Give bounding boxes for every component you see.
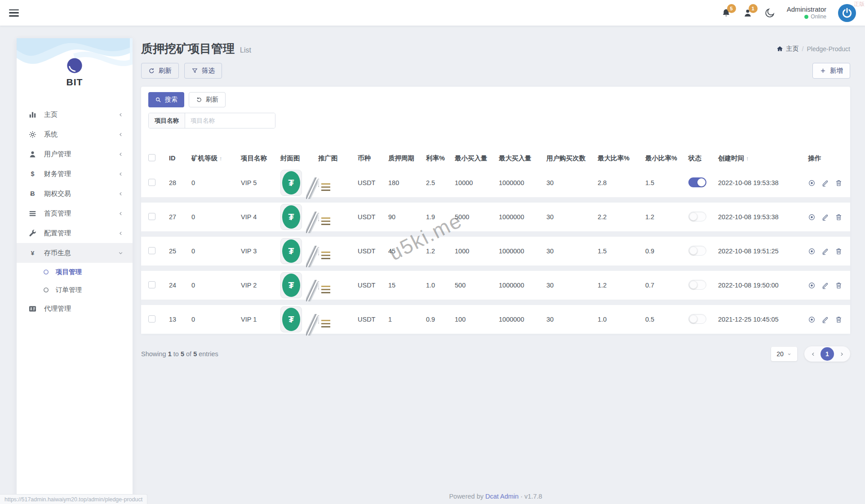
- cell-name: VIP 4: [241, 213, 280, 221]
- search-button[interactable]: 搜索: [148, 92, 184, 107]
- status-toggle[interactable]: [688, 280, 706, 290]
- dark-mode-toggle[interactable]: [764, 8, 775, 18]
- bitcoin-icon: Ƀ: [28, 190, 37, 198]
- cover-image[interactable]: ₮: [280, 272, 302, 298]
- dcat-admin-link[interactable]: Dcat Admin: [485, 493, 519, 500]
- sidebar-item-5[interactable]: 首页管理: [17, 203, 133, 223]
- row-checkbox[interactable]: [148, 247, 169, 256]
- top-navbar: 5 1 Administrator Online: [0, 0, 865, 26]
- sidebar-item-label: 用户管理: [44, 150, 118, 159]
- edit-icon[interactable]: [821, 179, 829, 187]
- column-header[interactable]: 矿机等级↑: [191, 154, 241, 163]
- view-icon[interactable]: [808, 179, 816, 187]
- search-reset-button[interactable]: 刷新: [189, 92, 226, 107]
- edit-icon[interactable]: [821, 248, 829, 255]
- promo-image[interactable]: [318, 213, 319, 221]
- status-toggle[interactable]: [688, 246, 706, 256]
- promo-image[interactable]: [318, 281, 319, 289]
- next-page-button[interactable]: [836, 349, 847, 359]
- user-count-badge: 1: [749, 4, 758, 13]
- sidebar-item-7[interactable]: ¥存币生息: [17, 243, 133, 263]
- view-icon[interactable]: [808, 248, 816, 255]
- select-all-checkbox[interactable]: [148, 154, 169, 163]
- sidebar-item-1[interactable]: 系统: [17, 124, 133, 144]
- delete-icon[interactable]: [835, 213, 843, 221]
- chevron-left-icon: [118, 211, 124, 217]
- sidebar-item-label: 存币生息: [44, 249, 118, 257]
- sidebar-subitem-1[interactable]: 订单管理: [17, 281, 133, 299]
- users-notice-button[interactable]: 1: [743, 8, 753, 18]
- cover-image[interactable]: ₮: [280, 306, 302, 332]
- user-menu[interactable]: Administrator Online: [787, 5, 826, 21]
- cell-max-buy: 1000000: [499, 179, 546, 186]
- cell-min-ratio: 0.5: [645, 316, 688, 323]
- brand-logo-icon: [66, 57, 83, 74]
- page-size-select[interactable]: 20: [771, 347, 797, 361]
- notification-count-badge: 5: [727, 4, 736, 13]
- view-icon[interactable]: [808, 316, 816, 323]
- column-header[interactable]: 创建时间↑: [718, 154, 808, 163]
- prev-page-button[interactable]: [807, 349, 818, 359]
- cell-level: 0: [191, 316, 241, 323]
- current-page-button[interactable]: 1: [821, 347, 834, 361]
- cell-buy-times: 30: [546, 248, 598, 255]
- cell-created: 2022-10-08 19:50:00: [718, 282, 808, 289]
- sidebar: BIT 主页系统用户管理$财务管理Ƀ期权交易首页管理配置管理¥存币生息项目管理订…: [17, 38, 133, 500]
- row-checkbox[interactable]: [148, 179, 169, 187]
- view-icon[interactable]: [808, 282, 816, 289]
- edit-icon[interactable]: [821, 282, 829, 289]
- row-checkbox[interactable]: [148, 213, 169, 221]
- table-row: 24 0 VIP 2 ₮ USDT 15 1.0 500 1000000 30 …: [141, 271, 850, 300]
- view-icon[interactable]: [808, 213, 816, 221]
- table-header-row: ID矿机等级↑项目名称封面图推广图币种质押周期利率%最小买入量最大买入量用户购买…: [141, 148, 850, 168]
- cover-image[interactable]: ₮: [280, 238, 302, 264]
- sidebar-item-3[interactable]: $财务管理: [17, 164, 133, 184]
- column-header: 质押周期: [388, 154, 426, 163]
- promo-image[interactable]: [318, 247, 319, 255]
- cover-image[interactable]: ₮: [280, 204, 302, 230]
- cell-created: 2021-12-25 10:45:05: [718, 316, 808, 323]
- breadcrumb-home[interactable]: 主页: [786, 45, 799, 53]
- cell-id: 28: [169, 179, 191, 186]
- sidebar-subitem-0[interactable]: 项目管理: [17, 263, 133, 281]
- avatar[interactable]: [838, 4, 856, 22]
- notifications-button[interactable]: 5: [721, 8, 731, 18]
- status-toggle[interactable]: [688, 177, 706, 187]
- cell-rate: 2.5: [426, 179, 455, 186]
- row-checkbox[interactable]: [148, 315, 169, 324]
- sidebar-item-label: 首页管理: [44, 209, 118, 218]
- sidebar-item-6[interactable]: 配置管理: [17, 223, 133, 243]
- refresh-button[interactable]: 刷新: [141, 63, 179, 79]
- status-toggle[interactable]: [688, 314, 706, 324]
- create-button[interactable]: 新增: [812, 63, 850, 79]
- page-title: 质押挖矿项目管理: [141, 41, 235, 57]
- project-name-input[interactable]: [185, 113, 275, 128]
- filter-button[interactable]: 筛选: [184, 63, 222, 79]
- status-toggle[interactable]: [688, 212, 706, 221]
- tether-logo-icon: ₮: [282, 171, 300, 195]
- delete-icon[interactable]: [835, 316, 843, 323]
- cell-level: 0: [191, 282, 241, 289]
- data-table: ID矿机等级↑项目名称封面图推广图币种质押周期利率%最小买入量最大买入量用户购买…: [141, 148, 850, 334]
- online-dot: [804, 15, 808, 19]
- sidebar-item-0[interactable]: 主页: [17, 105, 133, 124]
- chevron-left-icon: [810, 351, 816, 357]
- row-checkbox[interactable]: [148, 281, 169, 290]
- sidebar-item-8[interactable]: 代理管理: [17, 299, 133, 318]
- sidebar-item-label: 系统: [44, 130, 118, 139]
- delete-icon[interactable]: [835, 179, 843, 187]
- column-header: 最大买入量: [499, 154, 546, 163]
- edit-icon[interactable]: [821, 316, 829, 323]
- delete-icon[interactable]: [835, 248, 843, 255]
- promo-image[interactable]: [318, 179, 319, 187]
- promo-image[interactable]: [318, 315, 319, 323]
- sidebar-item-2[interactable]: 用户管理: [17, 144, 133, 164]
- grid-card: 搜索 刷新 项目名称 ID矿机等级↑项目名称封面图推广图币种质押周期利率%最小买…: [141, 87, 850, 334]
- delete-icon[interactable]: [835, 282, 843, 289]
- sidebar-toggle-button[interactable]: [9, 9, 19, 17]
- column-header: ID: [169, 155, 191, 162]
- cover-image[interactable]: ₮: [280, 170, 302, 196]
- edit-icon[interactable]: [821, 213, 829, 221]
- sidebar-item-4[interactable]: Ƀ期权交易: [17, 184, 133, 203]
- search-bar: 搜索 刷新: [141, 92, 850, 107]
